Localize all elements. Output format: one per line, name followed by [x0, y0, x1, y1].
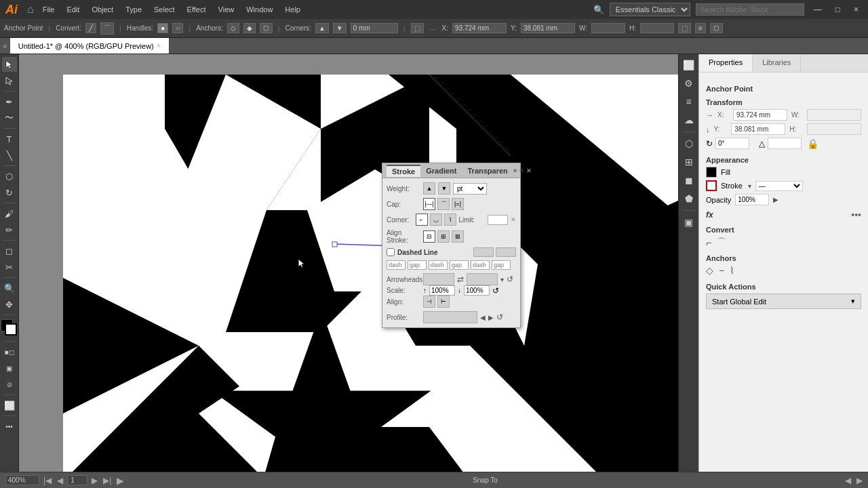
transform-tool[interactable]: ↻ [2, 185, 17, 200]
menu-help[interactable]: Help [281, 4, 304, 15]
convert-smooth-icon[interactable]: ⌒ [717, 237, 726, 249]
scissors-tool[interactable]: ✂ [2, 260, 17, 274]
gradient-tool[interactable]: ▣ [2, 361, 17, 375]
hand-tool[interactable]: ✥ [2, 297, 17, 312]
menu-edit[interactable]: Edit [63, 4, 83, 15]
color-boxes[interactable] [1, 319, 18, 337]
anchors-btn-1[interactable]: ◇ [227, 23, 239, 33]
gradient-icon-strip[interactable]: ▣ [681, 214, 697, 230]
arrow-more-icon[interactable]: ▾ [500, 276, 504, 283]
nav-next-btn[interactable]: ▶ [90, 476, 99, 485]
fill-color-box[interactable] [706, 167, 717, 178]
selection-tool[interactable] [2, 57, 17, 72]
stroke-icon-box[interactable] [706, 180, 717, 191]
corner-bevel-btn[interactable]: ⌇ [444, 214, 456, 226]
corner-round-btn[interactable]: ◡ [430, 214, 442, 226]
line-tool[interactable]: ╲ [2, 148, 17, 163]
gap-3-input[interactable] [492, 260, 511, 270]
align-left-btn[interactable]: ⊣ [423, 296, 435, 308]
menu-type[interactable]: Type [122, 4, 145, 15]
corner-miter-btn[interactable]: ⌐ [416, 214, 428, 226]
search-stock-input[interactable] [696, 3, 804, 16]
artboard-icon[interactable]: ⬜ [681, 57, 697, 73]
tab-close-icon[interactable]: × [157, 42, 161, 49]
anchor-remove-icon[interactable]: − [719, 265, 724, 276]
scroll-right-btn[interactable]: ▶ [856, 476, 863, 485]
profile-flip-icon[interactable]: ↺ [496, 312, 503, 322]
transform-layout-btn[interactable]: ⬚ [411, 23, 424, 33]
convert-corner-icon[interactable]: ⌐ [706, 237, 711, 248]
direct-selection-tool[interactable] [2, 73, 17, 88]
align-center-btn[interactable]: ⊟ [423, 230, 435, 243]
close-button[interactable]: × [850, 3, 863, 16]
menu-select[interactable]: Select [151, 4, 178, 15]
paintbrush-tool[interactable]: 🖌 [2, 206, 17, 221]
cap-round-btn[interactable]: ⌒ [437, 198, 450, 210]
zoom-input[interactable] [5, 475, 39, 485]
convert-btn-2[interactable]: ⌒ [100, 22, 114, 35]
handles-btn-2[interactable]: ○ [172, 23, 183, 33]
scale-1-input[interactable] [429, 285, 455, 296]
menu-view[interactable]: View [215, 4, 238, 15]
eraser-tool[interactable]: ◻ [2, 243, 17, 258]
nav-play-btn[interactable]: ▶ [115, 475, 125, 486]
opacity-input[interactable] [735, 194, 769, 205]
align-btn[interactable]: ≡ [695, 23, 706, 33]
pathfinder-icon[interactable]: ◼ [681, 172, 697, 188]
weight-unit-select[interactable]: pt [453, 183, 487, 195]
artboard-tool[interactable]: ⬜ [2, 398, 17, 413]
y-value-input[interactable] [731, 123, 785, 135]
dash-1-input[interactable] [387, 260, 406, 270]
arrowhead-refresh-icon[interactable]: ↺ [507, 274, 513, 284]
anchor-connect-icon[interactable]: ⌇ [730, 265, 734, 276]
properties-icon[interactable]: ⚙ [681, 75, 697, 92]
arrow-end-select[interactable] [467, 273, 498, 285]
constrain-icon[interactable]: 🔒 [807, 138, 818, 149]
collapse-left-icon[interactable]: « [0, 41, 10, 51]
dashed-icon-2[interactable] [496, 247, 516, 257]
pencil-tool[interactable]: ✏ [2, 222, 17, 237]
panel-menu-btn[interactable]: ≡ [519, 167, 524, 174]
anchors-btn-2[interactable]: ◆ [243, 23, 256, 33]
arrange-btn[interactable]: ⬡ [710, 23, 723, 33]
fx-label[interactable]: fx [706, 210, 713, 220]
menu-window[interactable]: Window [243, 4, 276, 15]
profile-select[interactable] [423, 311, 477, 323]
nav-last-btn[interactable]: ▶| [102, 476, 113, 485]
weight-down-btn[interactable]: ▼ [438, 182, 450, 195]
nav-first-btn[interactable]: |◀ [42, 476, 53, 485]
panel-close-btn[interactable]: ✕ [526, 167, 532, 174]
transparency-tab[interactable]: Transparen [462, 165, 513, 176]
workspace-selector[interactable]: Essentials Classic [610, 3, 690, 16]
appearance-more-btn[interactable]: ••• [851, 209, 861, 220]
anchor-show-hide-icon[interactable]: ◇ [706, 265, 713, 276]
stroke-tab[interactable]: Stroke [387, 165, 420, 177]
menu-effect[interactable]: Effect [184, 4, 210, 15]
w-value-input[interactable] [807, 109, 861, 121]
gap-1-input[interactable] [408, 260, 427, 270]
cap-square-btn[interactable]: |=| [452, 198, 464, 210]
curvature-tool[interactable]: 〜 [2, 110, 17, 125]
scale-lock-icon[interactable]: ↺ [492, 286, 499, 296]
weight-up-btn[interactable]: ▲ [423, 182, 435, 195]
menu-file[interactable]: File [39, 4, 58, 15]
rotate-input[interactable] [715, 138, 749, 149]
profile-prev-icon[interactable]: ◀ [480, 314, 486, 321]
panel-more-btn[interactable]: » [513, 167, 517, 174]
page-input[interactable] [67, 475, 87, 485]
gap-2-input[interactable] [450, 260, 469, 270]
dash-2-input[interactable] [429, 260, 448, 270]
cc-libraries-icon[interactable]: ☁ [681, 112, 697, 128]
align-right-btn[interactable]: ⊢ [437, 296, 450, 308]
opacity-expand-icon[interactable]: ▶ [773, 196, 778, 203]
corners-input[interactable] [351, 23, 398, 33]
align-outside-btn[interactable]: ⊠ [452, 230, 464, 243]
h-value-input[interactable] [807, 123, 861, 135]
maximize-button[interactable]: □ [831, 3, 844, 16]
corners-down-btn[interactable]: ▼ [333, 23, 347, 33]
gradient-tab[interactable]: Gradient [420, 165, 462, 176]
limit-input[interactable] [488, 215, 508, 225]
libraries-tab[interactable]: Libraries [753, 54, 801, 72]
minimize-button[interactable]: — [810, 3, 826, 16]
shear-input[interactable] [768, 138, 802, 149]
